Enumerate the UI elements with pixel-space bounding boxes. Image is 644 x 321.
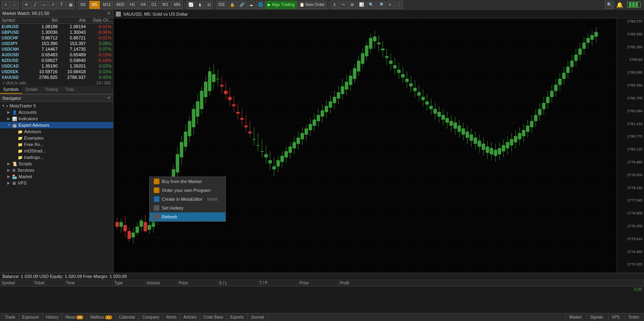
nav-item-scripts[interactable]: ▶📜Scripts xyxy=(0,160,113,167)
tf-m1[interactable]: M1 xyxy=(78,1,89,9)
nav-item-tradingv---[interactable]: 📁tradingv... xyxy=(0,154,113,160)
algo-trading-button[interactable]: ▶ Algo Trading xyxy=(266,1,296,9)
toolbar-shapes[interactable]: ▦ xyxy=(66,1,74,9)
status-tab-trade[interactable]: Trade xyxy=(2,313,19,321)
nav-item-expert-advisors[interactable]: ▼🤖Expert Advisors xyxy=(0,122,113,128)
ctx-item-create-in-metaeditor[interactable]: Create in MetaEditor Insert xyxy=(150,195,225,204)
ctx-item-buy-from-the-market[interactable]: Buy from the Market xyxy=(150,177,225,186)
toolbar-line-chart[interactable]: 📈 xyxy=(186,1,195,9)
terminal-cell-empty xyxy=(298,287,338,292)
nav-item-vps[interactable]: ▶🖥VPS xyxy=(0,180,113,186)
toolbar-zoom-in[interactable]: ⇕ xyxy=(330,1,339,9)
nav-item-accounts[interactable]: ▶👤Accounts xyxy=(0,109,113,115)
market-watch-row[interactable]: XAUUSD 2786.825 2786.937 0.43% xyxy=(0,74,113,80)
nav-expand-icon: ▶ xyxy=(7,168,11,172)
toolbar-zoom-out[interactable]: 🔍 xyxy=(367,1,376,9)
mw-ask: 1.30043 xyxy=(59,30,87,35)
market-watch-close[interactable]: ✕ xyxy=(107,10,111,16)
toolbar-bar-chart[interactable]: ⊟ xyxy=(205,1,213,9)
toolbar-hline[interactable]: — xyxy=(40,1,48,9)
toolbar-candle-chart[interactable]: ▮ xyxy=(196,1,204,9)
market-watch-row[interactable]: USDJPY 153.390 153.397 0.08% xyxy=(0,41,113,46)
nav-item-market[interactable]: ▶🏪Market xyxy=(0,173,113,180)
svg-rect-144 xyxy=(393,65,396,68)
nav-item-examples[interactable]: 📁Examples xyxy=(0,135,113,141)
status-right-market[interactable]: Market xyxy=(566,315,585,320)
mw-tab-symbols[interactable]: Symbols xyxy=(0,86,22,94)
tf-w1[interactable]: W1 xyxy=(160,1,171,9)
toolbar-lock[interactable]: 🔒 xyxy=(228,1,237,9)
market-watch-row[interactable]: NZDUSD 0.59627 0.59640 -0.10% xyxy=(0,58,113,63)
toolbar-misc[interactable]: ⋮ xyxy=(395,1,403,9)
tf-mn[interactable]: MN xyxy=(171,1,183,9)
status-tab-exposure[interactable]: Exposure xyxy=(19,313,43,321)
status-tab-calendar[interactable]: Calendar xyxy=(116,313,139,321)
toolbar-grid[interactable]: ⊞ xyxy=(348,1,356,9)
mw-tab-trading[interactable]: Trading xyxy=(41,86,62,94)
tf-m5[interactable]: M5 xyxy=(89,1,100,9)
chart-canvas[interactable]: EA đang khởi động... 2786.5752785.930278… xyxy=(114,19,644,306)
ctx-item-set-hotkey[interactable]: Set Hotkey xyxy=(150,204,225,212)
nav-item-advisors[interactable]: 📁Advisors xyxy=(0,128,113,135)
toolbar-wave[interactable]: 〜 xyxy=(339,1,347,9)
tf-h1[interactable]: H1 xyxy=(128,1,138,9)
svg-rect-130 xyxy=(365,46,368,56)
toolbar-cloud[interactable]: ☁ xyxy=(247,1,255,9)
toolbar-line[interactable]: ╱ xyxy=(31,1,39,9)
search-button[interactable]: 🔍 xyxy=(605,1,614,9)
svg-rect-152 xyxy=(409,83,413,86)
toolbar-new-chart[interactable]: + xyxy=(2,1,10,9)
toolbar-link[interactable]: 🔗 xyxy=(237,1,246,9)
toolbar-bars[interactable]: ≡ xyxy=(386,1,394,9)
toolbar-trendline[interactable]: ↗ xyxy=(49,1,57,9)
price-label: 2774.320 xyxy=(617,262,644,266)
toolbar-indicators[interactable]: 📊 xyxy=(357,1,366,9)
market-watch-row[interactable]: EURUSD 1.08188 1.08194 -0.01% xyxy=(0,24,113,29)
toolbar-text[interactable]: T xyxy=(58,1,66,9)
toolbar-globe[interactable]: 🌐 xyxy=(256,1,265,9)
nav-item-metatrader-5[interactable]: ▼▪MetaTrader 5 xyxy=(0,103,113,109)
nav-item-indicators[interactable]: ▶📊Indicators xyxy=(0,115,113,122)
new-order-button[interactable]: 📋 New Order xyxy=(297,1,327,9)
market-watch-row[interactable]: USDCHF 0.86712 0.86721 -0.01% xyxy=(0,35,113,41)
status-tab-history[interactable]: History xyxy=(43,313,62,321)
market-watch-row[interactable]: USDCNH 7.14467 7.14735 0.07% xyxy=(0,46,113,52)
status-right-tester[interactable]: Tester xyxy=(625,315,642,320)
tf-m15[interactable]: M15 xyxy=(101,1,113,9)
mw-symbol: GBPUSD xyxy=(2,30,31,35)
mw-col-bid: Bid xyxy=(31,18,59,23)
tf-m30[interactable]: M30 xyxy=(114,1,126,9)
market-watch-row[interactable]: USDSEK 10.59716 10.68418 0.03% xyxy=(0,69,113,74)
navigator-close[interactable]: ✕ xyxy=(107,95,111,101)
toolbar-ide[interactable]: IDE xyxy=(217,1,227,9)
ctx-item-refresh[interactable]: Refresh xyxy=(150,212,225,221)
mw-tab-ticks[interactable]: Ticks xyxy=(62,86,78,94)
tf-d1[interactable]: D1 xyxy=(149,1,159,9)
tf-h4[interactable]: H4 xyxy=(138,1,149,9)
status-tab-experts[interactable]: Experts xyxy=(227,313,248,321)
toolbar-crosshair[interactable]: ✛ xyxy=(22,1,30,9)
status-tab-journal[interactable]: Journal xyxy=(248,313,268,321)
market-watch-row[interactable]: AUDUSD 0.65483 0.65489 -0.15% xyxy=(0,52,113,58)
status-right-vps[interactable]: VPS xyxy=(608,315,623,320)
market-watch-row[interactable]: GBPUSD 1.30036 1.30043 -0.06% xyxy=(0,29,113,35)
nav-item-services[interactable]: ▶⚙Services xyxy=(0,167,113,173)
nav-item-mt3strad---[interactable]: 📁mt3Strad... xyxy=(0,148,113,154)
market-watch-row[interactable]: USDCAD 1.39190 1.39201 0.03% xyxy=(0,63,113,69)
ctx-item-order-your-own-program[interactable]: Order your own Program xyxy=(150,186,225,195)
mw-tab-details[interactable]: Details xyxy=(22,86,41,94)
status-right-signals[interactable]: Signals xyxy=(586,315,607,320)
status-tab-alerts[interactable]: Alerts xyxy=(163,313,180,321)
status-tab-code-base[interactable]: Code Base xyxy=(200,313,227,321)
toolbar-arrow[interactable]: ↕ xyxy=(10,1,19,9)
status-tab-company[interactable]: Company xyxy=(139,313,163,321)
ctx-icon xyxy=(154,205,159,211)
status-tab-mailbox[interactable]: Mailbox11 xyxy=(87,313,116,321)
status-tab-articles[interactable]: Articles xyxy=(180,313,200,321)
svg-rect-182 xyxy=(470,135,473,141)
svg-rect-148 xyxy=(401,74,405,78)
nav-item-free-ro---[interactable]: 📁Free Ro... xyxy=(0,141,113,148)
balance-bar: Balance: 1 020.09 USD Equity: 1 020.09 F… xyxy=(0,273,644,280)
toolbar-zoom-in2[interactable]: 🔎 xyxy=(376,1,385,9)
status-tab-news[interactable]: News99 xyxy=(62,313,87,321)
